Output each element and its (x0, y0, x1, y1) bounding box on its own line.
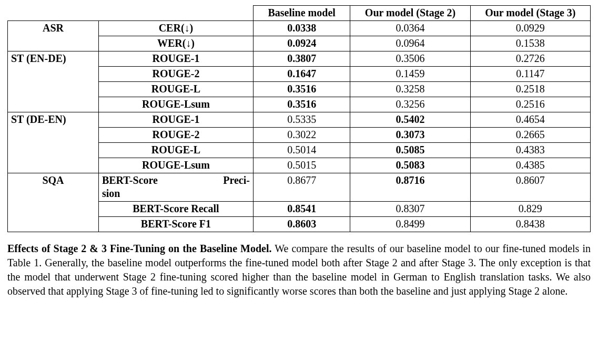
metric-bp-a: BERT-Score (102, 174, 158, 187)
metric-r1: ROUGE-1 (98, 51, 253, 67)
val-ende-rl-base: 0.3516 (253, 82, 350, 97)
metric-r1: ROUGE-1 (98, 112, 253, 128)
table-header-row: Baseline model Our model (Stage 2) Our m… (8, 6, 591, 21)
header-empty (8, 6, 254, 21)
val-sqa-br-s3: 0.829 (470, 202, 590, 217)
metric-r2: ROUGE-2 (98, 67, 253, 82)
val-sqa-bp-s3: 0.8607 (470, 173, 590, 202)
header-baseline: Baseline model (253, 6, 350, 21)
val-sqa-bf-base: 0.8603 (253, 217, 350, 232)
val-deen-rls-base: 0.5015 (253, 158, 350, 173)
metric-rls: ROUGE-Lsum (98, 97, 253, 112)
val-deen-r1-base: 0.5335 (253, 112, 350, 128)
metric-bert-f1: BERT-Score F1 (98, 217, 253, 232)
val-deen-r2-base: 0.3022 (253, 128, 350, 143)
metric-bp-c: sion (102, 188, 120, 199)
val-ende-r1-s2: 0.3506 (350, 51, 470, 67)
val-ende-r2-s3: 0.1147 (470, 67, 590, 82)
metric-bert-precision: BERT-Score Preci- sion (98, 173, 253, 202)
results-table: Baseline model Our model (Stage 2) Our m… (7, 5, 591, 232)
val-deen-r1-s2: 0.5402 (350, 112, 470, 128)
task-asr: ASR (8, 21, 99, 51)
table-row: ASR CER(↓) 0.0338 0.0364 0.0929 (8, 21, 591, 36)
val-sqa-bf-s2: 0.8499 (350, 217, 470, 232)
task-st-ende: ST (EN-DE) (8, 51, 99, 112)
val-ende-rls-s3: 0.2516 (470, 97, 590, 112)
metric-wer: WER(↓) (98, 36, 253, 51)
val-asr-cer-base: 0.0338 (253, 21, 350, 36)
val-asr-cer-s3: 0.0929 (470, 21, 590, 36)
metric-bert-recall: BERT-Score Recall (98, 202, 253, 217)
val-deen-rl-s2: 0.5085 (350, 143, 470, 158)
metric-r2: ROUGE-2 (98, 128, 253, 143)
val-ende-r1-s3: 0.2726 (470, 51, 590, 67)
val-asr-cer-s2: 0.0364 (350, 21, 470, 36)
val-asr-wer-s2: 0.0964 (350, 36, 470, 51)
val-asr-wer-s3: 0.1538 (470, 36, 590, 51)
table-row: ST (EN-DE) ROUGE-1 0.3807 0.3506 0.2726 (8, 51, 591, 67)
metric-cer: CER(↓) (98, 21, 253, 36)
val-ende-rl-s3: 0.2518 (470, 82, 590, 97)
val-deen-rls-s3: 0.4385 (470, 158, 590, 173)
val-deen-r2-s3: 0.2665 (470, 128, 590, 143)
results-paragraph: Effects of Stage 2 & 3 Fine-Tuning on th… (7, 242, 591, 298)
metric-rl: ROUGE-L (98, 82, 253, 97)
metric-rl: ROUGE-L (98, 143, 253, 158)
val-sqa-br-base: 0.8541 (253, 202, 350, 217)
table-row: ST (DE-EN) ROUGE-1 0.5335 0.5402 0.4654 (8, 112, 591, 128)
paragraph-title: Effects of Stage 2 & 3 Fine-Tuning on th… (7, 243, 272, 254)
val-deen-rls-s2: 0.5083 (350, 158, 470, 173)
val-ende-rls-base: 0.3516 (253, 97, 350, 112)
val-sqa-bp-s2: 0.8716 (350, 173, 470, 202)
header-stage3: Our model (Stage 3) (470, 6, 590, 21)
val-ende-r2-s2: 0.1459 (350, 67, 470, 82)
val-ende-r1-base: 0.3807 (253, 51, 350, 67)
val-deen-r2-s2: 0.3073 (350, 128, 470, 143)
metric-rls: ROUGE-Lsum (98, 158, 253, 173)
header-stage2: Our model (Stage 2) (350, 6, 470, 21)
val-deen-r1-s3: 0.4654 (470, 112, 590, 128)
val-ende-r2-base: 0.1647 (253, 67, 350, 82)
val-sqa-bf-s3: 0.8438 (470, 217, 590, 232)
task-st-deen: ST (DE-EN) (8, 112, 99, 173)
val-ende-rl-s2: 0.3258 (350, 82, 470, 97)
metric-bp-b: Preci- (223, 174, 250, 187)
val-sqa-br-s2: 0.8307 (350, 202, 470, 217)
val-deen-rl-base: 0.5014 (253, 143, 350, 158)
val-ende-rls-s2: 0.3256 (350, 97, 470, 112)
val-deen-rl-s3: 0.4383 (470, 143, 590, 158)
val-asr-wer-base: 0.0924 (253, 36, 350, 51)
task-sqa: SQA (8, 173, 99, 232)
val-sqa-bp-base: 0.8677 (253, 173, 350, 202)
